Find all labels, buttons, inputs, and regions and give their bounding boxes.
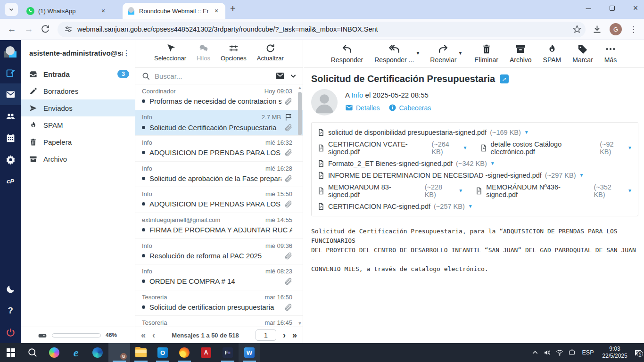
maximize-button[interactable]: [607, 3, 617, 13]
tab-search-button[interactable]: [5, 3, 18, 16]
downloads-icon[interactable]: [592, 25, 602, 34]
tray-expand[interactable]: [529, 349, 541, 356]
message-row[interactable]: Infomié 16:32 ADQUISICION DE PRENDAS PAR…: [135, 136, 303, 162]
folder-enviados[interactable]: Enviados: [21, 99, 135, 116]
tab-roundcube[interactable]: Roundcube Webmail :: Enviados ×: [123, 3, 225, 19]
taskbar-internet-explorer[interactable]: e: [65, 343, 87, 362]
next-page-icon[interactable]: ›: [283, 331, 286, 339]
dark-mode-toggle[interactable]: [0, 278, 21, 300]
prev-page-icon[interactable]: ‹: [152, 331, 155, 339]
tab-close-icon[interactable]: ×: [212, 7, 221, 15]
message-row-selected[interactable]: Info2.7 MB Solicitud de Certificación Pr…: [135, 110, 303, 136]
message-row[interactable]: extinfuegojamell@gmail.commié 14:55 FIRM…: [135, 213, 303, 239]
attachment-menu-icon[interactable]: ▼: [627, 145, 632, 150]
close-button[interactable]: ×: [631, 3, 640, 13]
tray-network[interactable]: [553, 349, 566, 356]
tab-close-icon[interactable]: ×: [99, 7, 107, 15]
taskbar-word[interactable]: W: [239, 343, 260, 362]
message-row[interactable]: Tesoreriamar 16:50 Solicitud de certific…: [135, 290, 303, 316]
taskbar-copilot[interactable]: [43, 343, 65, 362]
attachment-menu-icon[interactable]: ▼: [468, 204, 473, 209]
open-in-new-window-icon[interactable]: ↗: [500, 74, 509, 83]
first-page-icon[interactable]: «: [141, 331, 146, 339]
rail-mail[interactable]: [0, 83, 21, 105]
message-row[interactable]: Infomié 15:50 ADQUISICION DE PRENDAS PAR…: [135, 187, 303, 213]
folder-entrada[interactable]: Entrada 3: [21, 66, 135, 82]
attachment-menu-icon[interactable]: ▼: [627, 188, 632, 193]
folder-archivo[interactable]: Archivo: [21, 150, 135, 167]
headers-toggle[interactable]: Cabeceras: [388, 104, 431, 112]
site-info-icon[interactable]: [64, 25, 73, 33]
notification-center[interactable]: 5: [632, 349, 644, 356]
browser-menu-icon[interactable]: ⋮: [629, 25, 637, 34]
back-icon[interactable]: ←: [7, 24, 17, 34]
attachment[interactable]: Formato_2_ET Bienes-signed-signed.pdf (~…: [317, 157, 495, 169]
attachment[interactable]: CERTIFICACION PAC-signed.pdf (~257 KB) ▼: [317, 200, 473, 212]
rail-calendar[interactable]: [0, 127, 21, 148]
taskbar-fes-app[interactable]: F≡: [217, 343, 239, 362]
scroll-down-icon[interactable]: ▼: [297, 321, 302, 326]
logout-button[interactable]: [0, 321, 21, 343]
recipient-link[interactable]: Info: [351, 91, 363, 99]
spam-button[interactable]: SPAM: [543, 44, 561, 64]
threads-button[interactable]: Hilos: [197, 43, 210, 62]
tray-volume[interactable]: [541, 349, 553, 356]
attachment-menu-icon[interactable]: ▼: [579, 173, 584, 178]
address-bar[interactable]: webmail.sanjuan.gob.ec/cpsess4485241302/…: [58, 22, 586, 37]
forward-caret-icon[interactable]: ▼: [458, 50, 462, 56]
tray-display[interactable]: [566, 349, 578, 356]
scroll-up-icon[interactable]: ▲: [297, 85, 302, 90]
attachment[interactable]: MEMORÁNDUM Nº436-signed.pdf (~352 KB) ▼: [475, 181, 632, 200]
refresh-button[interactable]: Actualizar: [257, 43, 284, 62]
bookmark-star-icon[interactable]: [572, 25, 582, 34]
select-button[interactable]: Seleccionar: [154, 43, 186, 62]
roundcube-logo[interactable]: [0, 40, 21, 62]
compose-button[interactable]: [0, 62, 21, 83]
taskbar-acrobat[interactable]: A: [195, 343, 217, 362]
taskbar-file-explorer[interactable]: [130, 343, 152, 362]
search-options-chevron-icon[interactable]: [289, 72, 297, 80]
minimize-button[interactable]: ─: [584, 3, 593, 13]
start-button[interactable]: [0, 343, 22, 362]
list-scrollbar[interactable]: ▲ ▼: [297, 85, 302, 326]
taskbar-search[interactable]: [22, 343, 43, 362]
forward-icon[interactable]: →: [24, 24, 34, 34]
clock[interactable]: 9:03 22/5/2025: [598, 346, 632, 360]
message-row[interactable]: Infomié 16:28 Solicitud de aprobación de…: [135, 162, 303, 188]
new-tab-button[interactable]: +: [230, 3, 236, 14]
reload-icon[interactable]: [41, 25, 50, 34]
folder-borradores[interactable]: Borradores: [21, 82, 135, 99]
folder-options-icon[interactable]: ⋮: [123, 49, 130, 58]
reply-button[interactable]: Responder: [331, 44, 363, 64]
message-row[interactable]: Infomié 09:36 Resolución de reforma al P…: [135, 239, 303, 265]
browser-profile-avatar[interactable]: G: [610, 23, 622, 35]
page-input[interactable]: [256, 329, 276, 341]
rail-settings[interactable]: [0, 148, 21, 170]
last-page-icon[interactable]: »: [292, 331, 297, 339]
search-input[interactable]: [155, 72, 271, 80]
language-indicator[interactable]: ESP: [578, 349, 598, 356]
attachment[interactable]: INFORME DE DETERMINACION DE NECESIDAD -s…: [317, 169, 584, 181]
attachment[interactable]: solicitud de disponibilidad presupuestar…: [317, 126, 529, 138]
rail-contacts[interactable]: [0, 105, 21, 127]
options-button[interactable]: Opciones: [221, 43, 247, 62]
delete-button[interactable]: Eliminar: [474, 44, 498, 64]
taskbar-outlook[interactable]: O: [152, 343, 173, 362]
attachment-menu-icon[interactable]: ▼: [458, 188, 463, 193]
tab-whatsapp[interactable]: (1) WhatsApp ×: [22, 3, 112, 19]
message-row[interactable]: Infomié 08:23 ORDEN DE COMPRA # 14: [135, 264, 303, 290]
attachment-menu-icon[interactable]: ▼: [463, 145, 468, 150]
forward-button[interactable]: Reenviar ▼: [430, 44, 456, 64]
more-button[interactable]: Más: [604, 44, 617, 64]
mark-button[interactable]: Marcar: [572, 44, 593, 64]
reply-all-caret-icon[interactable]: ▼: [415, 50, 420, 56]
taskbar-firefox[interactable]: [173, 343, 195, 362]
attachment[interactable]: detalle costos Catálogo electrónico.pdf …: [480, 138, 632, 157]
taskbar-chrome[interactable]: G: [108, 343, 130, 362]
reply-all-button[interactable]: Responder ... ▼: [374, 44, 414, 64]
archive-button[interactable]: Archivo: [510, 44, 532, 64]
attachment[interactable]: MEMORANDUM 83-signed.pdf (~228 KB) ▼: [317, 181, 463, 200]
attachment-menu-icon[interactable]: ▼: [490, 161, 495, 166]
cpanel-link[interactable]: cP: [0, 170, 21, 192]
details-toggle[interactable]: Detalles: [345, 104, 380, 112]
